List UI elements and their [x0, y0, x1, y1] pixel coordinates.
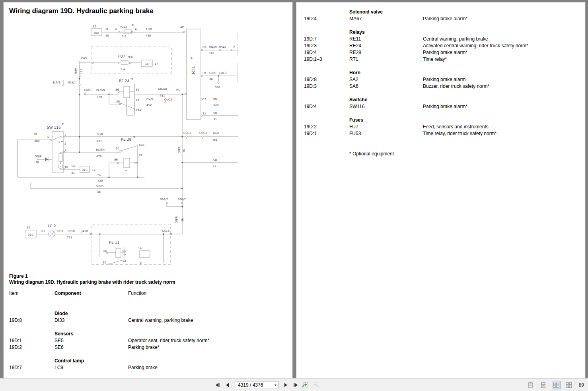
next-page-icon	[283, 382, 288, 388]
cell-function: Parking brake*	[128, 344, 288, 351]
diagram-wires	[18, 29, 238, 265]
diagram-label: 87A	[139, 143, 144, 147]
previous-page-icon	[225, 382, 230, 388]
chevron-down-icon[interactable]: ▼	[273, 381, 278, 389]
table-row: 19D:1SE5Operator seat, rider truck safet…	[9, 337, 288, 344]
left-page: 1230AR430FU53*A5 AR/SB4304CFU7(E6)5 A151…	[3, 2, 293, 378]
diagram-label: 400	[34, 139, 39, 143]
diagram-label: R/W	[74, 68, 78, 74]
diagram-label: SE6	[215, 86, 220, 89]
table-row: 19D:3RE24Activated central warning, ride…	[304, 43, 583, 49]
diagram-label: 4C	[180, 26, 184, 29]
cell-item	[9, 331, 55, 337]
diagram-label: 4	[115, 28, 117, 31]
diagram-label: CA13	[162, 229, 169, 232]
cell-component: LC9	[55, 364, 128, 371]
diagram-label: 87A	[136, 109, 141, 112]
diagram-label: BN	[213, 98, 217, 101]
diagram-label: DSA2	[219, 46, 226, 49]
cell-function: Parking brake alarm*	[423, 103, 583, 110]
cell-function: Activated central warning, rider truck s…	[423, 43, 583, 49]
first-page-icon	[215, 382, 220, 388]
diagram-label: GK	[202, 46, 206, 49]
table-row: 19D:3SA6Buzzer, rider truck safety norm*	[304, 83, 583, 90]
previous-view-button[interactable]	[301, 380, 310, 390]
diagram-label: (E6)	[128, 55, 133, 58]
next-view-button[interactable]	[311, 380, 320, 390]
diagram-label: FU53	[120, 25, 127, 29]
cell-function	[423, 9, 583, 15]
cell-function: Parking brake alarm	[423, 76, 583, 83]
page-number-combobox[interactable]: ▼	[235, 381, 278, 389]
cell-item: 19D:7	[9, 364, 55, 371]
cell-component: DI33	[55, 317, 128, 324]
cell-component: RE24	[349, 43, 423, 49]
cell-item	[9, 310, 55, 317]
diagram-label: SL5/1	[53, 81, 60, 84]
diagram-label: 14	[27, 226, 30, 229]
diagram-label: *	[132, 23, 134, 28]
diagram-label: *	[125, 169, 127, 174]
cell-component: Sensors	[55, 331, 128, 337]
right-page: Solenoid valve19D:4MA67Parking brake ala…	[296, 2, 586, 378]
two-page-continuous-view-button[interactable]	[565, 381, 573, 389]
single-page-view-button[interactable]	[526, 381, 535, 389]
cell-item	[304, 97, 349, 103]
cell-item: 19D:2	[304, 124, 349, 130]
diagram-label: 85	[123, 250, 126, 253]
diode-symbol	[45, 157, 48, 161]
next-page-button[interactable]	[281, 380, 290, 390]
diagram-label: GN/R	[175, 216, 178, 223]
diagram-label: 30	[116, 147, 119, 150]
table-row: 19D:4SW116Parking brake alarm*	[304, 103, 583, 110]
diagram-label: GN/R	[209, 72, 216, 75]
cell-function: Operator seat, rider truck safety norm*	[128, 337, 288, 344]
previous-page-button[interactable]	[223, 380, 232, 390]
cell-component: Control lamp	[55, 358, 128, 364]
diagram-label: 36	[183, 149, 186, 153]
first-page-button[interactable]	[213, 380, 222, 390]
diagram-label: FU7	[118, 54, 125, 58]
cell-function	[423, 117, 583, 124]
diagram-label: 7	[64, 149, 66, 152]
diagram-label: 452	[146, 104, 152, 107]
diagram-label: 6	[47, 135, 49, 139]
diagram-label: 481	[97, 140, 102, 143]
diagram-label: 31	[71, 171, 75, 174]
diagram-label: CA5	[81, 57, 87, 60]
cell-item: 19D:1	[9, 337, 55, 344]
table-row: 19D:7LC9Parking brake	[9, 364, 288, 371]
last-page-icon	[293, 382, 298, 388]
cell-component: RE11	[349, 36, 423, 43]
cell-function: Parking brake alarm*	[423, 15, 583, 22]
continuous-view-button[interactable]	[539, 381, 548, 389]
diagram-label: 87	[139, 154, 142, 157]
two-page-view-button[interactable]	[552, 381, 561, 389]
diagram-label: 43A	[213, 103, 219, 106]
diagram-label: 85	[136, 88, 139, 91]
re11-box	[92, 224, 171, 265]
cell-function	[128, 331, 288, 337]
figure-caption: Wiring diagram 19D. Hydraulic parking br…	[9, 279, 175, 285]
cell-item: 19D:3	[304, 83, 349, 90]
table-row: 19D:1FU53Time relay, rider truck safety …	[304, 130, 583, 137]
diagram-label: 5 A	[121, 68, 125, 71]
last-page-button[interactable]	[291, 380, 300, 390]
diagram-label: HL	[97, 173, 101, 176]
diagram-label: CUC1	[84, 89, 92, 92]
cell-component: Fuses	[349, 117, 423, 124]
table-gap	[9, 297, 288, 304]
figure-label: Figure 1	[9, 273, 175, 279]
diagram-label: 86	[103, 250, 107, 253]
page-number-input[interactable]	[235, 382, 273, 388]
cell-item	[304, 70, 349, 76]
diagram-label: 721	[67, 236, 72, 239]
diagram-label: *	[133, 135, 135, 140]
table-row: 19D:7RE11Central warning, parking brake	[304, 36, 583, 43]
cell-function: Parking brake alarm*	[423, 49, 583, 56]
diagram-label: GN/R	[96, 184, 103, 188]
diagram-label: 86	[115, 88, 119, 91]
cell-function: Central warning, parking brake	[423, 36, 583, 43]
two-page-continuous-icon	[566, 382, 572, 388]
diagram-label: UC3	[57, 230, 63, 233]
